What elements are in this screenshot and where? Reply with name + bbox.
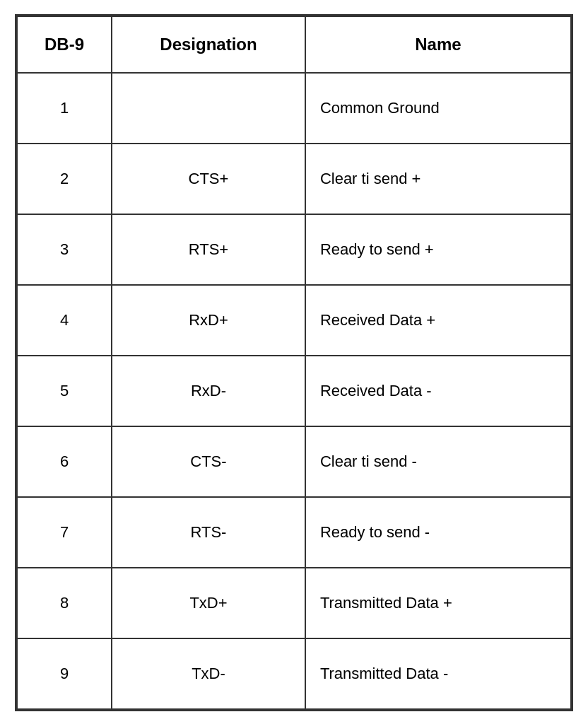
cell-designation-2: RTS+ — [112, 214, 305, 285]
table-row: 8TxD+Transmitted Data + — [17, 568, 571, 638]
cell-designation-8: TxD- — [112, 638, 305, 709]
cell-pin-7: 8 — [17, 568, 112, 638]
cell-name-6: Ready to send - — [305, 497, 571, 568]
header-db9: DB-9 — [17, 16, 112, 73]
table-row: 7RTS-Ready to send - — [17, 497, 571, 568]
table-row: 1Common Ground — [17, 73, 571, 144]
cell-designation-7: TxD+ — [112, 568, 305, 638]
table-row: 3RTS+Ready to send + — [17, 214, 571, 285]
cell-name-8: Transmitted Data - — [305, 638, 571, 709]
cell-designation-4: RxD- — [112, 356, 305, 426]
cell-designation-6: RTS- — [112, 497, 305, 568]
cell-pin-2: 3 — [17, 214, 112, 285]
cell-designation-1: CTS+ — [112, 144, 305, 214]
cell-designation-0 — [112, 73, 305, 144]
cell-pin-4: 5 — [17, 356, 112, 426]
cell-name-5: Clear ti send - — [305, 426, 571, 497]
db9-table: DB-9 Designation Name 1Common Ground2CTS… — [15, 14, 573, 711]
cell-name-4: Received Data - — [305, 356, 571, 426]
table-row: 5RxD-Received Data - — [17, 356, 571, 426]
cell-pin-8: 9 — [17, 638, 112, 709]
cell-pin-5: 6 — [17, 426, 112, 497]
cell-name-7: Transmitted Data + — [305, 568, 571, 638]
cell-name-3: Received Data + — [305, 285, 571, 356]
cell-designation-3: RxD+ — [112, 285, 305, 356]
table-row: 4RxD+Received Data + — [17, 285, 571, 356]
header-designation: Designation — [112, 16, 305, 73]
cell-name-2: Ready to send + — [305, 214, 571, 285]
table-row: 9TxD-Transmitted Data - — [17, 638, 571, 709]
cell-pin-1: 2 — [17, 144, 112, 214]
cell-pin-0: 1 — [17, 73, 112, 144]
table-row: 6CTS-Clear ti send - — [17, 426, 571, 497]
cell-name-1: Clear ti send + — [305, 144, 571, 214]
cell-designation-5: CTS- — [112, 426, 305, 497]
header-name: Name — [305, 16, 571, 73]
table-row: 2CTS+Clear ti send + — [17, 144, 571, 214]
cell-name-0: Common Ground — [305, 73, 571, 144]
table-header-row: DB-9 Designation Name — [17, 16, 571, 73]
cell-pin-3: 4 — [17, 285, 112, 356]
cell-pin-6: 7 — [17, 497, 112, 568]
